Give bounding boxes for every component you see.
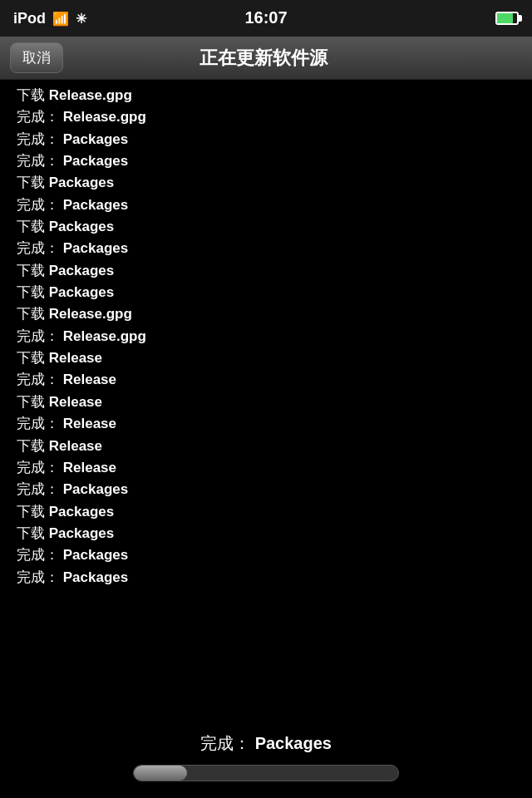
- log-prefix: 下载: [17, 525, 49, 541]
- log-line: 下载 Release: [17, 436, 515, 457]
- log-prefix: 完成：: [17, 240, 63, 256]
- log-prefix: 完成：: [17, 547, 63, 563]
- log-value: Packages: [49, 175, 114, 190]
- log-line: 下载 Packages: [17, 216, 515, 238]
- log-line: 下载 Release.gpg: [17, 85, 515, 106]
- status-left: iPod 📶 ✳: [13, 10, 86, 27]
- log-value: Packages: [49, 263, 114, 278]
- log-line: 完成： Release: [17, 369, 515, 391]
- log-line: 下载 Packages: [17, 501, 515, 523]
- log-line: 完成： Packages: [17, 129, 515, 150]
- battery-fill: [497, 13, 513, 23]
- log-value: Packages: [63, 197, 128, 213]
- log-value: Release: [63, 416, 116, 431]
- log-line: 完成： Packages: [17, 567, 515, 589]
- log-line: 完成： Release.gpg: [17, 106, 515, 128]
- device-label: iPod: [13, 10, 46, 27]
- log-value: Release: [63, 372, 116, 387]
- log-prefix: 完成：: [17, 569, 63, 585]
- log-value: Release: [49, 350, 102, 366]
- log-line: 完成： Packages: [17, 150, 515, 172]
- progress-bar-fill: [134, 766, 187, 781]
- log-prefix: 完成：: [17, 328, 63, 344]
- log-value: Packages: [63, 569, 128, 585]
- bottom-status-text: 完成： Packages: [200, 732, 332, 755]
- log-line: 完成： Release: [17, 457, 515, 479]
- log-line: 完成： Packages: [17, 195, 515, 216]
- log-line: 下载 Packages: [17, 172, 515, 194]
- wifi-icon: 📶: [52, 11, 69, 27]
- log-prefix: 完成：: [17, 416, 63, 431]
- log-value: Packages: [49, 219, 114, 234]
- log-prefix: 下载: [17, 504, 49, 520]
- log-value: Release: [63, 460, 116, 475]
- log-prefix: 下载: [17, 219, 49, 234]
- battery-icon: [495, 12, 519, 25]
- status-right: [495, 12, 519, 25]
- log-value: Packages: [49, 525, 114, 541]
- log-prefix: 下载: [17, 394, 49, 410]
- log-value: Release.gpg: [49, 87, 132, 103]
- bottom-value: Packages: [255, 734, 332, 752]
- bottom-prefix: 完成：: [200, 734, 250, 752]
- log-value: Release.gpg: [63, 328, 146, 344]
- log-value: Release: [49, 394, 102, 410]
- log-value: Packages: [63, 153, 128, 169]
- log-prefix: 下载: [17, 284, 49, 300]
- log-line: 下载 Packages: [17, 523, 515, 544]
- log-prefix: 下载: [17, 350, 49, 366]
- log-value: Packages: [63, 547, 128, 563]
- log-line: 完成： Release.gpg: [17, 326, 515, 347]
- nav-title: 正在更新软件源: [63, 46, 464, 71]
- log-prefix: 下载: [17, 87, 49, 103]
- log-line: 下载 Release.gpg: [17, 303, 515, 325]
- log-value: Packages: [49, 284, 114, 300]
- log-value: Release: [49, 438, 102, 454]
- log-line: 下载 Packages: [17, 260, 515, 282]
- log-line: 下载 Packages: [17, 282, 515, 303]
- status-bar: iPod 📶 ✳ 16:07: [0, 0, 532, 37]
- log-value: Packages: [63, 481, 128, 497]
- log-prefix: 下载: [17, 263, 49, 278]
- log-value: Packages: [63, 240, 128, 256]
- log-prefix: 完成：: [17, 460, 63, 475]
- spinner-icon: ✳: [76, 11, 86, 27]
- log-value: Release.gpg: [63, 109, 146, 125]
- log-line: 下载 Release: [17, 392, 515, 413]
- log-value: Release.gpg: [49, 306, 132, 322]
- log-line: 完成： Packages: [17, 238, 515, 259]
- nav-bar: 取消 正在更新软件源: [0, 37, 532, 80]
- log-value: Packages: [49, 504, 114, 520]
- log-prefix: 完成：: [17, 153, 63, 169]
- log-prefix: 下载: [17, 175, 49, 190]
- log-prefix: 完成：: [17, 109, 63, 125]
- log-line: 下载 Release: [17, 347, 515, 369]
- log-line: 完成： Packages: [17, 479, 515, 500]
- bottom-area: 完成： Packages: [0, 715, 532, 798]
- log-line: 完成： Release: [17, 413, 515, 435]
- log-prefix: 完成：: [17, 372, 63, 387]
- log-line: 完成： Packages: [17, 544, 515, 566]
- log-prefix: 完成：: [17, 197, 63, 213]
- progress-bar-container: [133, 765, 399, 781]
- log-prefix: 完成：: [17, 481, 63, 497]
- log-prefix: 下载: [17, 306, 49, 322]
- cancel-button[interactable]: 取消: [10, 42, 63, 73]
- log-content: 下载 Release.gpg完成： Release.gpg完成： Package…: [0, 80, 532, 715]
- log-prefix: 下载: [17, 438, 49, 454]
- status-time: 16:07: [244, 8, 287, 27]
- log-value: Packages: [63, 131, 128, 147]
- log-prefix: 完成：: [17, 131, 63, 147]
